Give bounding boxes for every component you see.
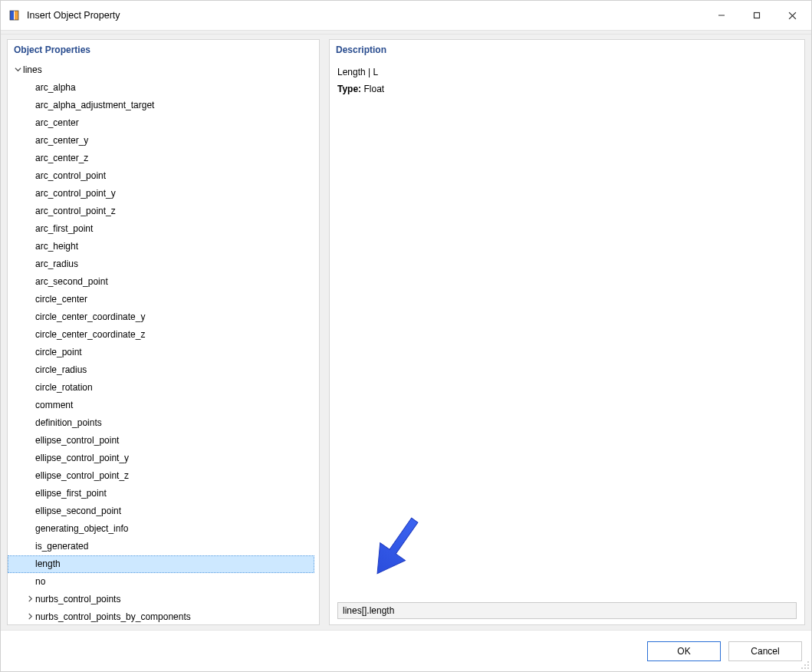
- dialog-footer: OK Cancel: [1, 630, 811, 671]
- tree-item-label: arc_second_point: [35, 273, 108, 291]
- tree-item-label: nurbs_control_points: [35, 591, 120, 608]
- svg-point-7: [807, 661, 809, 663]
- type-value: Float: [363, 84, 384, 94]
- tree-item-label: arc_alpha_adjustment_target: [35, 97, 154, 114]
- tree-item-label: definition_points: [35, 414, 102, 432]
- tree-item[interactable]: circle_center: [8, 291, 314, 308]
- tree-item[interactable]: arc_control_point: [8, 167, 314, 185]
- tree-item[interactable]: arc_alpha_adjustment_target: [8, 97, 314, 114]
- tree-item[interactable]: ellipse_control_point_y: [8, 450, 314, 467]
- tree-item[interactable]: arc_alpha: [8, 79, 314, 97]
- tree-item-label: ellipse_first_point: [35, 485, 107, 502]
- tree-item[interactable]: no: [8, 573, 314, 591]
- app-icon: [8, 9, 21, 21]
- tree-item-label: arc_height: [35, 238, 78, 255]
- description-text: Length | L: [337, 64, 797, 81]
- tree-item-label: circle_point: [35, 344, 82, 361]
- tree-root-lines[interactable]: lines: [8, 61, 314, 79]
- type-label: Type:: [337, 84, 361, 94]
- tree-item[interactable]: circle_rotation: [8, 379, 314, 397]
- tree-item-label: arc_center_y: [35, 132, 88, 150]
- tree-item-label: arc_control_point_z: [35, 203, 116, 220]
- tree-item[interactable]: arc_height: [8, 238, 314, 255]
- tree-item-label: circle_rotation: [35, 379, 93, 397]
- window-title: Insert Object Property: [27, 10, 120, 21]
- tree-item-label: lines: [23, 61, 42, 79]
- tree-item[interactable]: arc_first_point: [8, 220, 314, 238]
- tree-item-label: arc_first_point: [35, 220, 93, 238]
- maximize-button[interactable]: [739, 4, 774, 27]
- tree-item[interactable]: circle_center_coordinate_y: [8, 308, 314, 326]
- tree-item-label: is_generated: [35, 538, 88, 555]
- tree-item-label: circle_center_coordinate_y: [35, 308, 145, 326]
- content-area: Object Properties lines arc_alpha arc_al…: [1, 35, 811, 630]
- close-button[interactable]: [774, 4, 810, 27]
- tree-item-label: circle_center: [35, 291, 87, 308]
- tree-item[interactable]: ellipse_first_point: [8, 485, 314, 502]
- tree-item[interactable]: ellipse_second_point: [8, 502, 314, 520]
- tree-item[interactable]: arc_center: [8, 114, 314, 132]
- ok-button[interactable]: OK: [647, 641, 721, 661]
- tree-item[interactable]: ellipse_control_point_z: [8, 467, 314, 485]
- tree-item[interactable]: generating_object_info: [8, 520, 314, 538]
- annotation-arrow-icon: [368, 510, 422, 587]
- tree-item[interactable]: length: [8, 555, 314, 573]
- svg-rect-0: [10, 11, 14, 20]
- tree-item[interactable]: arc_center_y: [8, 132, 314, 150]
- tree-item-label: ellipse_control_point: [35, 432, 119, 450]
- tree-item-label: comment: [35, 397, 73, 414]
- tree-item-label: circle_radius: [35, 361, 87, 379]
- tree-item-label: arc_center: [35, 114, 79, 132]
- tree-item-label: ellipse_control_point_z: [35, 467, 129, 485]
- tree-item[interactable]: arc_second_point: [8, 273, 314, 291]
- tree-item-label: nurbs_control_points_by_components: [35, 608, 191, 624]
- tree-item[interactable]: circle_point: [8, 344, 314, 361]
- tree-item[interactable]: is_generated: [8, 538, 314, 555]
- tree-item[interactable]: arc_control_point_y: [8, 185, 314, 203]
- tree-item-label: ellipse_control_point_y: [35, 450, 129, 467]
- titlebar[interactable]: Insert Object Property: [1, 1, 811, 30]
- svg-rect-4: [754, 13, 760, 18]
- description-header: Description: [330, 40, 804, 60]
- svg-point-9: [807, 664, 809, 666]
- object-properties-header: Object Properties: [8, 40, 319, 60]
- svg-point-11: [804, 667, 806, 669]
- property-tree[interactable]: lines arc_alpha arc_alpha_adjustment_tar…: [8, 60, 319, 624]
- tree-item-label: arc_alpha: [35, 79, 76, 97]
- dialog-window: Insert Object Property Object Properties…: [0, 0, 812, 672]
- tree-item-label: length: [35, 555, 61, 573]
- tree-item[interactable]: comment: [8, 397, 314, 414]
- resize-grip-icon[interactable]: [799, 659, 810, 670]
- tree-item[interactable]: arc_center_z: [8, 150, 314, 167]
- tree-item[interactable]: arc_control_point_z: [8, 203, 314, 220]
- chevron-right-icon[interactable]: [25, 591, 35, 608]
- tree-item-label: no: [35, 573, 45, 591]
- svg-point-10: [801, 667, 803, 669]
- chevron-right-icon[interactable]: [25, 608, 35, 624]
- tree-item-label: generating_object_info: [35, 520, 128, 538]
- object-properties-panel: Object Properties lines arc_alpha arc_al…: [7, 39, 320, 625]
- tree-item-label: arc_control_point_y: [35, 185, 116, 203]
- tree-item[interactable]: nurbs_control_points_by_components: [8, 608, 314, 624]
- property-path-input[interactable]: [337, 602, 797, 619]
- description-panel: Description Length | L Type: Float: [329, 39, 805, 625]
- tree-item-label: arc_center_z: [35, 150, 88, 167]
- tree-item[interactable]: ellipse_control_point: [8, 432, 314, 450]
- tree-item-label: ellipse_second_point: [35, 502, 121, 520]
- chevron-down-icon[interactable]: [12, 61, 23, 79]
- tree-item-label: arc_radius: [35, 255, 78, 273]
- tree-item[interactable]: nurbs_control_points: [8, 591, 314, 608]
- tree-item[interactable]: circle_radius: [8, 361, 314, 379]
- tree-item[interactable]: arc_radius: [8, 255, 314, 273]
- tree-item[interactable]: circle_center_coordinate_z: [8, 326, 314, 344]
- svg-point-12: [807, 667, 809, 669]
- tree-item-label: circle_center_coordinate_z: [35, 326, 145, 344]
- svg-rect-1: [15, 11, 18, 20]
- svg-point-8: [804, 664, 806, 666]
- tree-item-label: arc_control_point: [35, 167, 106, 185]
- minimize-button[interactable]: [704, 4, 739, 27]
- description-type: Type: Float: [337, 81, 797, 98]
- cancel-button[interactable]: Cancel: [728, 641, 802, 661]
- tree-item[interactable]: definition_points: [8, 414, 314, 432]
